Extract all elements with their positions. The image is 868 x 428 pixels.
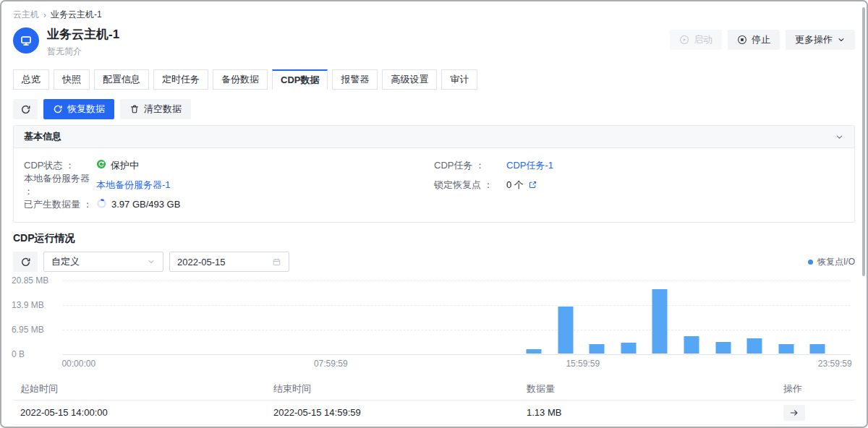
clear-data-button[interactable]: 清空数据 [120,99,191,119]
trash-icon [129,104,140,114]
backup-server-label: 本地备份服务器 ： [24,172,96,198]
monitor-icon [19,33,33,48]
cdp-task-link[interactable]: CDP任务-1 [506,159,553,172]
restore-point-arrow-button[interactable] [783,405,805,421]
external-link-icon[interactable] [528,180,537,189]
table-header-cell: 结束时间 [273,382,527,395]
y-axis-tick-label: 13.9 MB [12,300,44,310]
data-volume-value: 3.97 GB/493 GB [111,199,180,210]
x-axis-tick-label: 07:59:59 [314,359,348,369]
chart-bar [590,344,605,354]
chart-bar [684,336,699,354]
tab-cdp-data[interactable]: CDP数据 [272,69,328,90]
vertical-scrollbar[interactable] [862,7,865,276]
more-actions-label: 更多操作 [795,33,833,46]
chart-bar [527,349,542,354]
vm-avatar [13,27,39,54]
table-cell-start: 2022-05-15 14:00:00 [20,407,273,418]
calendar-icon [272,257,281,267]
table-header-row: 起始时间结束时间数据量操作 [13,377,855,401]
tab-scheduled-tasks[interactable]: 定时任务 [153,69,208,90]
collapse-chevron-icon[interactable] [835,132,844,142]
vm-detail-page: 云主机 › 业务云主机-1 业务云主机-1 暂无简介 启动 [0,0,868,428]
tab-audit[interactable]: 审计 [441,69,477,90]
chart-controls: 自定义 2022-05-15 恢复点I/O [1,252,867,272]
protected-status-icon [96,159,106,171]
chart-x-axis: 00:00:0007:59:5915:59:5923:59:59 [63,357,851,369]
cdp-status-value: 保护中 [111,159,139,172]
page-header: 业务云主机-1 暂无简介 启动 停止 更多操作 [1,27,867,58]
range-select-value: 自定义 [51,255,80,268]
x-axis-baseline [63,354,851,355]
table-header-cell: 操作 [783,382,848,395]
breadcrumb-root-link[interactable]: 云主机 [13,9,39,21]
cdp-toolbar: 恢复数据 清空数据 [1,99,867,119]
table-header-cell: 起始时间 [20,382,273,395]
x-axis-tick-label: 23:59:59 [818,359,852,369]
cdp-task-label: CDP任务 ： [434,159,506,172]
stop-button-label: 停止 [752,33,770,46]
chevron-down-icon [147,257,156,266]
legend-label: 恢复点I/O [817,256,855,268]
restore-data-button[interactable]: 恢复数据 [43,99,114,119]
chart-bar [810,344,825,354]
usage-donut-icon [96,198,107,211]
breadcrumb-current: 业务云主机-1 [51,9,102,21]
chart-bar [621,343,636,354]
cdp-io-bar-chart: 20.85 MB13.9 MB6.95 MB0 B 00:00:0007:59:… [1,278,867,369]
stop-button[interactable]: 停止 [728,30,780,50]
refresh-button[interactable] [13,99,38,119]
field-cdp-task: CDP任务 ： CDP任务-1 [434,155,844,175]
restore-icon [53,104,63,114]
tab-advanced-settings[interactable]: 高级设置 [382,69,437,90]
start-button-label: 启动 [694,33,712,46]
table-cell-end: 2022-05-15 14:59:59 [273,407,527,418]
restore-data-label: 恢复数据 [67,103,105,116]
basic-info-panel-header[interactable]: 基本信息 [14,126,854,148]
basic-info-title: 基本信息 [24,130,61,143]
date-picker[interactable]: 2022-05-15 [169,252,289,272]
tab-alerts[interactable]: 报警器 [332,69,378,90]
page-title: 业务云主机-1 [47,27,119,42]
table-cell-size: 1.13 MB [527,407,783,418]
chart-bar [778,344,793,354]
play-circle-icon [679,35,689,45]
tab-overview[interactable]: 总览 [13,69,49,90]
header-actions: 启动 停止 更多操作 [670,30,855,50]
field-data-volume: 已产生数据量 ： 3.97 GB/493 GB [24,194,434,214]
tab-backup-data[interactable]: 备份数据 [213,69,268,90]
chart-bar [747,338,762,354]
tab-snapshots[interactable]: 快照 [54,69,90,90]
cdp-run-section-title: CDP运行情况 [1,232,867,245]
backup-server-link[interactable]: 本地备份服务器-1 [96,179,171,192]
chart-y-axis: 20.85 MB13.9 MB6.95 MB0 B [12,281,59,354]
legend-dot-icon [808,260,813,265]
table-body: 2022-05-15 14:00:002022-05-15 14:59:591.… [13,401,855,428]
tab-config-info[interactable]: 配置信息 [94,69,149,90]
tab-bar: 总览快照配置信息定时任务备份数据CDP数据报警器高级设置审计 [1,69,867,90]
date-picker-value: 2022-05-15 [177,257,226,268]
x-axis-tick-label: 15:59:59 [566,359,600,369]
recovery-points-table: 起始时间结束时间数据量操作 2022-05-15 14:00:002022-05… [13,377,855,428]
table-cell-actions [783,405,848,421]
y-axis-tick-label: 20.85 MB [12,275,48,286]
chart-refresh-button[interactable] [13,252,38,272]
table-header-cell: 数据量 [527,382,783,395]
range-select[interactable]: 自定义 [43,252,163,272]
table-row: 2022-05-15 15:00:002022-05-15 15:59:5913… [13,425,855,428]
chart-bar [715,342,731,354]
table-row: 2022-05-15 14:00:002022-05-15 14:59:591.… [13,401,855,425]
chart-plot-area [63,281,851,354]
data-volume-label: 已产生数据量 ： [24,198,96,211]
more-actions-button[interactable]: 更多操作 [786,30,855,50]
basic-info-panel: 基本信息 CDP状态 ： 保护中 本地备份服务器 ： [13,125,855,223]
gridline [63,305,851,306]
basic-info-body: CDP状态 ： 保护中 本地备份服务器 ： 本地备份服务器-1 已产生 [14,148,854,222]
y-axis-tick-label: 0 B [12,349,25,359]
breadcrumb: 云主机 › 业务云主机-1 [1,1,867,21]
field-locked-points: 锁定恢复点 ： 0 个 [434,175,844,194]
start-button[interactable]: 启动 [670,30,722,50]
page-subtitle: 暂无简介 [47,46,119,58]
locked-points-label: 锁定恢复点 ： [434,179,506,192]
chart-legend[interactable]: 恢复点I/O [808,256,855,268]
